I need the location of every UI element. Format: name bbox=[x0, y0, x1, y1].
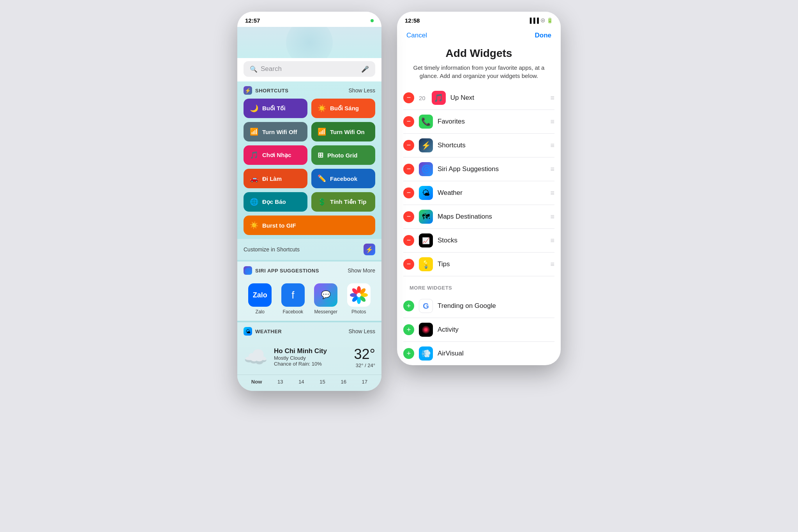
modal-subtitle: Get timely information from your favorit… bbox=[413, 64, 545, 80]
tips-widget-icon: 💡 bbox=[419, 257, 433, 271]
shortcut-btn-doc-bao[interactable]: 🌐 Đọc Báo bbox=[244, 192, 307, 212]
list-item-weather: 🌤 Weather ≡ bbox=[403, 181, 554, 205]
modal-title: Add Widgets bbox=[413, 47, 545, 60]
siri-section-icon: 🌀 bbox=[244, 266, 252, 275]
done-button[interactable]: Done bbox=[535, 32, 552, 39]
siri-app-photos[interactable]: Photos bbox=[347, 283, 371, 315]
cloud-icon: ☁️ bbox=[244, 346, 268, 368]
add-google-button[interactable] bbox=[403, 300, 414, 311]
shortcut-btn-buoi-sang[interactable]: ☀️ Buổi Sáng bbox=[311, 99, 375, 118]
search-bar[interactable]: 🔍 Search 🎤 bbox=[244, 61, 375, 77]
siri-show-more[interactable]: Show More bbox=[348, 267, 375, 274]
customize-text[interactable]: Customize in Shortcuts bbox=[244, 246, 300, 253]
shortcut-btn-choi-nhac[interactable]: 🎵 Chơi Nhạc bbox=[244, 145, 307, 165]
modal-header: Cancel Done bbox=[397, 27, 561, 39]
svg-point-14 bbox=[424, 328, 427, 331]
drag-handle-shortcuts[interactable]: ≡ bbox=[550, 141, 554, 150]
shortcut-btn-wifi-off[interactable]: 📶 Turn Wifi Off bbox=[244, 122, 307, 141]
airvisual-widget-label: AirVisual bbox=[438, 350, 554, 357]
shortcut-btn-burst-gif[interactable]: ☀️ Burst to GIF bbox=[244, 216, 375, 235]
weather-desc: Mostly Cloudy bbox=[274, 355, 348, 361]
shortcuts-show-less[interactable]: Show Less bbox=[349, 87, 375, 94]
cancel-button[interactable]: Cancel bbox=[406, 32, 427, 39]
green-dot-icon bbox=[371, 19, 374, 22]
add-activity-button[interactable] bbox=[403, 324, 414, 335]
shortcut-btn-tinh-tien-tip[interactable]: 💲 Tính Tiền Tip bbox=[311, 192, 375, 212]
drag-handle-tips[interactable]: ≡ bbox=[550, 260, 554, 269]
siri-section-title: SIRI APP SUGGESTIONS bbox=[255, 268, 319, 274]
weather-temp-area: 32° 32° / 24° bbox=[354, 346, 375, 368]
remove-tips-button[interactable] bbox=[403, 259, 414, 270]
drag-handle-maps[interactable]: ≡ bbox=[550, 213, 554, 221]
up-next-label: Up Next bbox=[450, 94, 546, 102]
zalo-icon: Zalo bbox=[248, 283, 272, 307]
siri-suggestions-label: Siri App Suggestions bbox=[438, 165, 546, 173]
siri-app-zalo[interactable]: Zalo Zalo bbox=[248, 283, 272, 315]
shortcut-btn-wifi-on[interactable]: 📶 Turn Wifi On bbox=[311, 122, 375, 141]
shortcut-btn-di-lam[interactable]: 🚗 Đi Làm bbox=[244, 169, 307, 188]
siri-app-facebook[interactable]: f Facebook bbox=[281, 283, 305, 315]
weather-timeline: Now 13 14 15 16 17 bbox=[237, 375, 381, 391]
weather-info: Ho Chi Minh City Mostly Cloudy Chance of… bbox=[274, 347, 348, 367]
timeline-now: Now bbox=[251, 379, 262, 385]
more-widgets-label: MORE WIDGETS bbox=[410, 285, 452, 291]
left-phone: 12:57 🔍 Search 🎤 ⚡ SHORTCUTS Show Less 🌙… bbox=[237, 12, 381, 391]
timeline-13: 13 bbox=[277, 379, 283, 385]
dollar-icon: 💲 bbox=[318, 198, 326, 206]
remove-siri-button[interactable] bbox=[403, 164, 414, 175]
weather-section-title: WEATHER bbox=[255, 329, 282, 334]
status-icons-right: ▐▐▐ ⦾ 🔋 bbox=[528, 18, 553, 24]
shortcut-label-buoi-sang: Buổi Sáng bbox=[330, 105, 359, 112]
shortcut-label-photo-grid: Photo Grid bbox=[327, 152, 358, 159]
list-item-shortcuts: ⚡ Shortcuts ≡ bbox=[403, 134, 554, 157]
remove-maps-button[interactable] bbox=[403, 211, 414, 222]
drag-handle-siri[interactable]: ≡ bbox=[550, 165, 554, 173]
list-item-tips: 💡 Tips ≡ bbox=[403, 253, 554, 276]
shortcut-btn-photo-grid[interactable]: ⊞ Photo Grid bbox=[311, 145, 375, 165]
up-next-icon: 🎵 bbox=[432, 91, 446, 105]
widget-list: 20 🎵 Up Next ≡ 📞 Favorites ≡ ⚡ Shortcuts… bbox=[397, 86, 561, 365]
up-next-badge: 20 bbox=[419, 95, 425, 101]
drag-handle-up-next[interactable]: ≡ bbox=[550, 94, 554, 102]
shortcut-label-burst-gif: Burst to GIF bbox=[262, 222, 296, 229]
remove-up-next-button[interactable] bbox=[403, 92, 414, 103]
tips-widget-label: Tips bbox=[438, 260, 546, 268]
right-phone: 12:58 ▐▐▐ ⦾ 🔋 Cancel Done Add Widgets Ge… bbox=[397, 12, 561, 365]
shortcut-label-facebook: Facebook bbox=[330, 175, 357, 182]
remove-weather-button[interactable] bbox=[403, 187, 414, 198]
weather-rain: Chance of Rain: 10% bbox=[274, 361, 348, 367]
list-item-google: G Trending on Google bbox=[403, 294, 554, 318]
siri-app-messenger[interactable]: 💬 Messenger bbox=[314, 283, 337, 315]
add-airvisual-button[interactable] bbox=[403, 348, 414, 359]
shortcut-btn-facebook[interactable]: ✏️ Facebook bbox=[311, 169, 375, 188]
weather-widget-icon: 🌤 bbox=[419, 186, 433, 200]
wifi-on-icon: 📶 bbox=[318, 127, 326, 136]
shortcuts-header-left: ⚡ SHORTCUTS bbox=[244, 86, 288, 95]
sun-icon: ☀️ bbox=[318, 104, 326, 113]
drag-handle-weather[interactable]: ≡ bbox=[550, 189, 554, 197]
drag-handle-stocks[interactable]: ≡ bbox=[550, 237, 554, 245]
activity-widget-icon bbox=[419, 323, 433, 337]
remove-shortcuts-button[interactable] bbox=[403, 140, 414, 151]
drag-handle-favorites[interactable]: ≡ bbox=[550, 118, 554, 126]
shortcut-label-wifi-off: Turn Wifi Off bbox=[262, 129, 297, 135]
siri-suggestions-icon: 🌀 bbox=[419, 162, 433, 176]
status-bar-left: 12:57 bbox=[237, 12, 381, 27]
shortcuts-app-icon[interactable]: ⚡ bbox=[364, 244, 375, 255]
google-widget-label: Trending on Google bbox=[438, 302, 554, 310]
svg-text:💬: 💬 bbox=[321, 290, 331, 299]
remove-favorites-button[interactable] bbox=[403, 116, 414, 127]
shortcuts-section-header: ⚡ SHORTCUTS Show Less bbox=[237, 81, 381, 99]
messenger-icon: 💬 bbox=[314, 283, 337, 307]
shortcut-label-wifi-on: Turn Wifi On bbox=[330, 129, 365, 135]
time-left: 12:57 bbox=[245, 17, 260, 24]
microphone-icon[interactable]: 🎤 bbox=[361, 65, 369, 73]
weather-section: 🌤 WEATHER Show Less ☁️ Ho Chi Minh City … bbox=[237, 322, 381, 391]
weather-show-less[interactable]: Show Less bbox=[349, 328, 375, 334]
shortcut-btn-buoi-toi[interactable]: 🌙 Buổi Tối bbox=[244, 99, 307, 118]
shortcuts-widget-icon: ⚡ bbox=[419, 138, 433, 152]
timeline-16: 16 bbox=[341, 379, 346, 385]
siri-section-header: 🌀 SIRI APP SUGGESTIONS Show More bbox=[237, 262, 381, 279]
airvisual-widget-icon: 💨 bbox=[419, 346, 433, 361]
remove-stocks-button[interactable] bbox=[403, 235, 414, 246]
